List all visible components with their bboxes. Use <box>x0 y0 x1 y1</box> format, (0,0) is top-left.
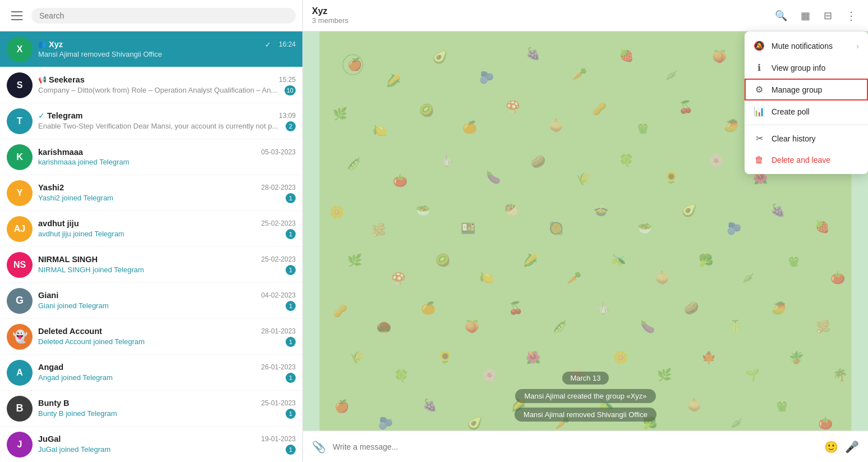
svg-text:🧅: 🧅 <box>549 118 564 133</box>
chat-time: 19-01-2023 <box>261 435 296 443</box>
avatar: B <box>7 396 33 422</box>
avatar: G <box>7 288 33 314</box>
svg-text:🍓: 🍓 <box>619 48 634 63</box>
message-input[interactable] <box>333 442 818 451</box>
more-button[interactable]: ⋮ <box>843 7 859 25</box>
voice-button[interactable]: 🎤 <box>845 440 859 454</box>
svg-text:🌼: 🌼 <box>329 205 345 219</box>
menu-label-mute: Mute notifications <box>771 42 833 51</box>
menu-item-delete-leave[interactable]: 🗑 Delete and leave <box>745 149 868 171</box>
svg-text:🍓: 🍓 <box>815 219 830 234</box>
search-box[interactable] <box>31 8 296 24</box>
chat-name-row: 📢 Seekeras <box>38 75 85 84</box>
svg-text:🍱: 🍱 <box>461 221 476 236</box>
chat-item-xyz[interactable]: X 👥 Xyz ✓ 16:24 Mansi Ajimal removed Shi… <box>0 31 302 67</box>
svg-text:🥜: 🥜 <box>333 304 348 318</box>
menu-item-clear-history[interactable]: ✂ Clear history <box>745 127 868 149</box>
chat-item-avdhut-jiju[interactable]: AJ avdhut jiju 25-02-2023 avdhut jiju jo… <box>0 211 302 247</box>
svg-text:🌿: 🌿 <box>333 107 348 121</box>
svg-text:🌶: 🌶 <box>742 271 754 285</box>
chat-top-left: Xyz 3 members <box>312 6 773 25</box>
svg-text:🥙: 🥙 <box>504 203 520 218</box>
svg-text:🍒: 🍒 <box>508 301 523 315</box>
chat-preview-row: avdhut jiju joined Telegram 1 <box>38 229 296 239</box>
svg-text:🍋: 🍋 <box>373 123 388 138</box>
chat-item-deleted-account[interactable]: 👻 Deleted Account 28-01-2023 Deleted Acc… <box>0 319 302 355</box>
chat-name-row: NIRMAL SINGH <box>38 255 98 264</box>
emoji-button[interactable]: 🙂 <box>824 440 838 454</box>
chat-item-seekeras[interactable]: S 📢 Seekeras 15:25 Company – Ditto(work … <box>0 67 302 103</box>
chat-name-row: Giani <box>38 291 58 300</box>
chat-time: 25-02-2023 <box>261 255 296 263</box>
svg-text:🫑: 🫑 <box>635 120 650 135</box>
chat-time: 04-02-2023 <box>261 291 296 299</box>
svg-text:🍅: 🍅 <box>393 173 408 188</box>
chat-header-row: NIRMAL SINGH 25-02-2023 <box>38 255 296 264</box>
svg-text:🍆: 🍆 <box>486 170 501 185</box>
chat-preview: Deleted Account joined Telegram <box>38 337 282 346</box>
svg-text:🫒: 🫒 <box>611 253 626 268</box>
chat-name-row: Yashi2 <box>38 183 64 192</box>
chat-group-name[interactable]: Xyz <box>312 6 773 16</box>
avatar: Y <box>7 180 33 206</box>
dropdown-menu: 🔕 Mute notifications › ℹ View group info… <box>745 31 868 174</box>
chat-header-row: JuGal 19-01-2023 <box>38 434 296 443</box>
svg-text:🌻: 🌻 <box>438 350 453 365</box>
chat-content: avdhut jiju 25-02-2023 avdhut jiju joine… <box>38 219 296 239</box>
chat-item-jugal[interactable]: J JuGal 19-01-2023 JuGal joined Telegram… <box>0 427 302 462</box>
svg-text:🍒: 🍒 <box>678 100 694 115</box>
menu-label-manage-group: Manage group <box>771 85 822 94</box>
menu-icon-create-poll: 📊 <box>754 106 765 117</box>
unread-badge: 1 <box>286 301 296 311</box>
svg-text:🌼: 🌼 <box>613 350 628 365</box>
chat-name: Deleted Account <box>38 327 102 336</box>
chat-item-nirmal-singh[interactable]: NS NIRMAL SINGH 25-02-2023 NIRMAL SINGH … <box>0 247 302 283</box>
chat-header-row: 📢 Seekeras 15:25 <box>38 75 296 84</box>
svg-text:🍇: 🍇 <box>526 47 541 61</box>
svg-text:🍁: 🍁 <box>701 350 717 365</box>
chat-name-row: karishmaaa <box>38 148 83 157</box>
svg-text:🫛: 🫛 <box>552 319 567 334</box>
date-badge: March 13 <box>562 372 608 385</box>
chat-header-row: avdhut jiju 25-02-2023 <box>38 219 296 228</box>
unread-badge: 1 <box>286 445 296 455</box>
main-chat: Xyz 3 members 🔍 ▦ ⊟ ⋮ 🍎 🌽 🥑 <box>303 0 868 462</box>
chat-item-karishmaaa[interactable]: K karishmaaa 05-03-2023 karishmaaa joine… <box>0 139 302 175</box>
svg-text:🥝: 🥝 <box>435 253 451 268</box>
chat-name-row: Deleted Account <box>38 327 102 336</box>
chat-item-bunty-b[interactable]: B Bunty B 25-01-2023 Bunty B joined Tele… <box>0 391 302 427</box>
columns-button[interactable]: ⊟ <box>821 7 834 24</box>
menu-label-clear-history: Clear history <box>771 134 816 143</box>
chat-item-telegram[interactable]: T ✓ Telegram 13:09 Enable Two-Step Verif… <box>0 103 302 139</box>
attach-button[interactable]: 📎 <box>312 440 326 454</box>
chat-header-row: Yashi2 28-02-2023 <box>38 183 296 192</box>
chat-messages: March 13 Mansi Ajimal created the group … <box>303 372 868 431</box>
search-input[interactable] <box>39 11 288 20</box>
menu-item-view-group-info[interactable]: ℹ View group info <box>745 57 868 79</box>
chat-item-giani[interactable]: G Giani 04-02-2023 Giani joined Telegram… <box>0 283 302 319</box>
svg-text:🌿: 🌿 <box>347 253 362 268</box>
chat-item-angad[interactable]: A Angad 26-01-2023 Angad joined Telegram… <box>0 355 302 391</box>
svg-text:🍅: 🍅 <box>830 271 846 285</box>
sidebar-header <box>0 0 302 31</box>
chat-item-yashi2[interactable]: Y Yashi2 28-02-2023 Yashi2 joined Telegr… <box>0 175 302 211</box>
chat-content: Deleted Account 28-01-2023 Deleted Accou… <box>38 327 296 347</box>
svg-text:🌾: 🌾 <box>576 172 591 186</box>
svg-text:🧅: 🧅 <box>655 271 670 285</box>
search-button[interactable]: 🔍 <box>773 7 789 24</box>
svg-text:🫚: 🫚 <box>816 319 831 334</box>
avatar: J <box>7 432 33 458</box>
hamburger-button[interactable] <box>7 6 27 26</box>
chat-name-row: 👥 Xyz <box>38 40 63 49</box>
menu-item-manage-group[interactable]: ⚙ Manage group <box>745 79 868 100</box>
chat-preview: Angad joined Telegram <box>38 373 282 382</box>
svg-text:🍇: 🍇 <box>770 203 786 218</box>
stories-button[interactable]: ▦ <box>798 7 812 24</box>
chat-preview: Company – Ditto(work from) Role – Operat… <box>38 86 281 94</box>
chat-preview: karishmaaa joined Telegram <box>38 158 296 166</box>
svg-text:🥝: 🥝 <box>419 103 434 118</box>
chat-preview-row: karishmaaa joined Telegram <box>38 158 296 166</box>
chat-preview-row: Giani joined Telegram 1 <box>38 301 296 311</box>
menu-item-mute[interactable]: 🔕 Mute notifications › <box>745 35 868 57</box>
menu-item-create-poll[interactable]: 📊 Create poll <box>745 100 868 122</box>
